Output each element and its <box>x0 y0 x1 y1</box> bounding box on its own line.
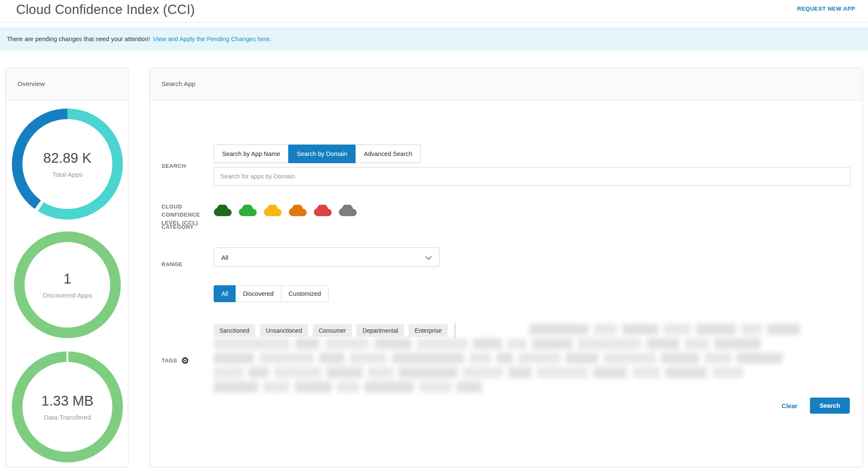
tag-chip-departmental[interactable]: Departmental <box>356 324 404 337</box>
gear-icon[interactable]: ⚙ <box>181 356 189 365</box>
search-mode-tabs: Search by App Name Search by Domain Adva… <box>214 145 421 163</box>
alert-message: There are pending changes that need your… <box>7 36 150 42</box>
search-row-label: SEARCH <box>161 163 186 169</box>
data-transferred-donut-chart: 1.33 MB Data Transfered <box>12 351 123 462</box>
category-selected-value: All <box>221 254 228 261</box>
ccl-gray-cloud-icon[interactable] <box>339 205 357 217</box>
range-option-all[interactable]: All <box>214 285 236 302</box>
overview-panel-header: Overview <box>6 68 128 100</box>
ccl-row-label: CLOUD CONFIDENCE LEVEL (CCL) <box>161 203 209 227</box>
request-new-app-link[interactable]: REQUEST NEW APP <box>797 6 855 12</box>
tag-chip-consumer[interactable]: Consumer <box>313 324 352 337</box>
data-transferred-value: 1.33 MB <box>42 393 94 409</box>
overview-panel: Overview 82.89 K Total Apps 1 Discovered… <box>6 68 128 467</box>
tag-input-cursor <box>455 323 455 338</box>
ccl-orange-cloud-icon[interactable] <box>289 205 307 217</box>
search-app-panel: Search App SEARCH Search by App Name Sea… <box>150 68 863 467</box>
ccl-green-cloud-icon[interactable] <box>239 205 257 217</box>
range-option-customized[interactable]: Customized <box>281 285 329 302</box>
ccl-red-cloud-icon[interactable] <box>314 205 332 217</box>
tab-search-by-domain[interactable]: Search by Domain <box>288 145 356 163</box>
tab-advanced-search[interactable]: Advanced Search <box>355 145 420 163</box>
range-segmented-control: All Discovered Customized <box>214 285 328 302</box>
tags-row-label: TAGS <box>161 357 177 364</box>
tag-chip-enterprise[interactable]: Enterprise <box>409 324 448 337</box>
total-apps-donut-chart: 82.89 K Total Apps <box>12 109 123 220</box>
overview-panel-body: 82.89 K Total Apps 1 Discovered Apps 1.3… <box>6 100 128 467</box>
data-transferred-label: Data Transfered <box>44 414 91 421</box>
top-header: Cloud Confidence Index (CCI) REQUEST NEW… <box>0 0 868 22</box>
tag-chips: Sanctioned Unsanctioned Consumer Departm… <box>214 323 455 338</box>
category-row-label: CATEGORY <box>161 224 194 230</box>
tag-chip-unsanctioned[interactable]: Unsanctioned <box>260 324 308 337</box>
search-app-panel-header: Search App <box>150 68 862 100</box>
search-actions: Clear Search <box>782 398 850 414</box>
clear-button[interactable]: Clear <box>782 402 798 409</box>
discovered-apps-label: Discovered Apps <box>43 292 92 299</box>
total-apps-value: 82.89 K <box>43 150 92 166</box>
tab-search-by-app-name[interactable]: Search by App Name <box>214 145 289 163</box>
discovered-apps-donut-chart: 1 Discovered Apps <box>14 231 121 338</box>
ccl-level-filters <box>214 205 357 217</box>
pending-changes-link[interactable]: View and Apply the Pending Changes here. <box>153 36 271 42</box>
search-input[interactable] <box>214 167 851 186</box>
chevron-down-icon <box>425 254 432 261</box>
ccl-dark-green-cloud-icon[interactable] <box>214 205 232 217</box>
ccl-yellow-cloud-icon[interactable] <box>264 205 282 217</box>
range-row-label: RANGE <box>161 261 182 267</box>
total-apps-label: Total Apps <box>52 171 83 178</box>
discovered-apps-value: 1 <box>64 271 71 287</box>
range-option-discovered[interactable]: Discovered <box>235 285 281 302</box>
tag-chip-sanctioned[interactable]: Sanctioned <box>214 324 255 337</box>
category-dropdown[interactable]: All <box>214 248 440 267</box>
page-title: Cloud Confidence Index (CCI) <box>16 2 195 17</box>
search-button[interactable]: Search <box>810 398 850 414</box>
search-app-panel-body: SEARCH Search by App Name Search by Doma… <box>150 100 862 467</box>
pending-changes-alert: There are pending changes that need your… <box>0 27 868 51</box>
